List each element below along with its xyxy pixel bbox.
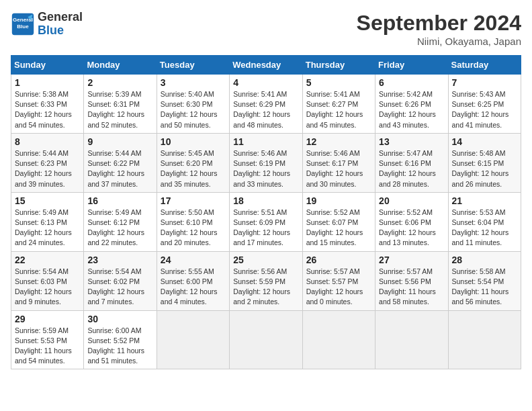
- empty-cell: [375, 310, 448, 369]
- day-info-8: Sunrise: 5:44 AM Sunset: 6:23 PM Dayligh…: [15, 148, 80, 189]
- calendar-table: SundayMondayTuesdayWednesdayThursdayFrid…: [11, 55, 521, 369]
- day-info-2: Sunrise: 5:39 AM Sunset: 6:31 PM Dayligh…: [87, 89, 152, 130]
- day-info-5: Sunrise: 5:41 AM Sunset: 6:27 PM Dayligh…: [306, 89, 371, 130]
- day-11: 11Sunrise: 5:46 AM Sunset: 6:19 PM Dayli…: [230, 133, 302, 192]
- day-info-13: Sunrise: 5:47 AM Sunset: 6:16 PM Dayligh…: [379, 148, 444, 189]
- day-info-17: Sunrise: 5:50 AM Sunset: 6:10 PM Dayligh…: [161, 208, 226, 248]
- day-23: 23Sunrise: 5:54 AM Sunset: 6:02 PM Dayli…: [84, 251, 157, 310]
- weekday-header-sunday: Sunday: [11, 56, 84, 75]
- day-info-24: Sunrise: 5:55 AM Sunset: 6:00 PM Dayligh…: [161, 267, 226, 308]
- day-3: 3Sunrise: 5:40 AM Sunset: 6:30 PM Daylig…: [157, 75, 229, 134]
- day-info-27: Sunrise: 5:57 AM Sunset: 5:56 PM Dayligh…: [379, 267, 444, 308]
- day-28: 28Sunrise: 5:58 AM Sunset: 5:54 PM Dayli…: [448, 251, 521, 310]
- day-number-19: 19: [306, 195, 371, 206]
- calendar-title: September 2024: [357, 11, 521, 36]
- day-info-22: Sunrise: 5:54 AM Sunset: 6:03 PM Dayligh…: [15, 267, 80, 308]
- day-number-15: 15: [15, 195, 80, 206]
- day-info-16: Sunrise: 5:49 AM Sunset: 6:12 PM Dayligh…: [87, 208, 152, 248]
- day-number-27: 27: [379, 255, 444, 265]
- day-20: 20Sunrise: 5:52 AM Sunset: 6:06 PM Dayli…: [375, 192, 448, 251]
- day-17: 17Sunrise: 5:50 AM Sunset: 6:10 PM Dayli…: [157, 192, 229, 251]
- day-13: 13Sunrise: 5:47 AM Sunset: 6:16 PM Dayli…: [375, 133, 448, 192]
- day-number-11: 11: [233, 136, 298, 147]
- day-number-29: 29: [15, 314, 80, 324]
- day-info-4: Sunrise: 5:41 AM Sunset: 6:29 PM Dayligh…: [233, 89, 298, 130]
- day-14: 14Sunrise: 5:48 AM Sunset: 6:15 PM Dayli…: [448, 133, 521, 192]
- calendar-week-4: 15Sunrise: 5:49 AM Sunset: 6:13 PM Dayli…: [11, 192, 521, 251]
- day-30: 30Sunrise: 6:00 AM Sunset: 5:52 PM Dayli…: [84, 310, 157, 369]
- day-info-3: Sunrise: 5:40 AM Sunset: 6:30 PM Dayligh…: [161, 89, 226, 130]
- day-number-23: 23: [87, 255, 152, 265]
- weekday-header-monday: Monday: [84, 56, 157, 75]
- day-22: 22Sunrise: 5:54 AM Sunset: 6:03 PM Dayli…: [11, 251, 84, 310]
- day-number-10: 10: [161, 136, 226, 147]
- day-info-21: Sunrise: 5:53 AM Sunset: 6:04 PM Dayligh…: [452, 208, 517, 248]
- svg-text:Blue: Blue: [17, 24, 29, 30]
- logo-icon: General Blue: [11, 12, 35, 36]
- day-info-1: Sunrise: 5:38 AM Sunset: 6:33 PM Dayligh…: [15, 89, 80, 130]
- calendar-subtitle: Niimi, Okayama, Japan: [357, 36, 521, 47]
- day-10: 10Sunrise: 5:45 AM Sunset: 6:20 PM Dayli…: [157, 133, 229, 192]
- day-info-6: Sunrise: 5:42 AM Sunset: 6:26 PM Dayligh…: [379, 89, 444, 130]
- day-info-12: Sunrise: 5:46 AM Sunset: 6:17 PM Dayligh…: [306, 148, 371, 189]
- day-info-23: Sunrise: 5:54 AM Sunset: 6:02 PM Dayligh…: [87, 267, 152, 308]
- calendar-week-6: 29Sunrise: 5:59 AM Sunset: 5:53 PM Dayli…: [11, 310, 521, 369]
- day-number-22: 22: [15, 255, 80, 265]
- day-number-20: 20: [379, 195, 444, 206]
- day-number-17: 17: [161, 195, 226, 206]
- weekday-header-tuesday: Tuesday: [157, 56, 229, 75]
- day-number-18: 18: [233, 195, 298, 206]
- day-number-3: 3: [161, 77, 226, 88]
- day-number-16: 16: [87, 195, 152, 206]
- day-1: 1Sunrise: 5:38 AM Sunset: 6:33 PM Daylig…: [11, 75, 84, 134]
- day-info-25: Sunrise: 5:56 AM Sunset: 5:59 PM Dayligh…: [233, 267, 298, 308]
- empty-cell: [448, 310, 521, 369]
- logo: General Blue General Blue: [11, 11, 83, 38]
- day-number-30: 30: [87, 314, 152, 324]
- day-number-24: 24: [161, 255, 226, 265]
- day-4: 4Sunrise: 5:41 AM Sunset: 6:29 PM Daylig…: [230, 75, 302, 134]
- calendar-week-1: 1Sunrise: 5:38 AM Sunset: 6:33 PM Daylig…: [11, 75, 521, 134]
- weekday-header-wednesday: Wednesday: [230, 56, 302, 75]
- empty-cell: [157, 310, 229, 369]
- weekday-header-friday: Friday: [375, 56, 448, 75]
- day-16: 16Sunrise: 5:49 AM Sunset: 6:12 PM Dayli…: [84, 192, 157, 251]
- day-number-1: 1: [15, 77, 80, 88]
- day-info-26: Sunrise: 5:57 AM Sunset: 5:57 PM Dayligh…: [306, 267, 371, 308]
- title-block: September 2024 Niimi, Okayama, Japan: [357, 11, 521, 47]
- day-info-10: Sunrise: 5:45 AM Sunset: 6:20 PM Dayligh…: [161, 148, 226, 189]
- day-info-15: Sunrise: 5:49 AM Sunset: 6:13 PM Dayligh…: [15, 208, 80, 248]
- day-5: 5Sunrise: 5:41 AM Sunset: 6:27 PM Daylig…: [302, 75, 375, 134]
- day-number-26: 26: [306, 255, 371, 265]
- day-info-9: Sunrise: 5:44 AM Sunset: 6:22 PM Dayligh…: [87, 148, 152, 189]
- page-header: General Blue General Blue September 2024…: [11, 11, 521, 47]
- logo-text-general: General: [38, 11, 83, 24]
- day-number-25: 25: [233, 255, 298, 265]
- logo-text-blue: Blue: [38, 24, 83, 38]
- day-6: 6Sunrise: 5:42 AM Sunset: 6:26 PM Daylig…: [375, 75, 448, 134]
- day-number-13: 13: [379, 136, 444, 147]
- day-15: 15Sunrise: 5:49 AM Sunset: 6:13 PM Dayli…: [11, 192, 84, 251]
- day-number-7: 7: [452, 77, 517, 88]
- day-number-21: 21: [452, 195, 517, 206]
- day-24: 24Sunrise: 5:55 AM Sunset: 6:00 PM Dayli…: [157, 251, 229, 310]
- day-number-5: 5: [306, 77, 371, 88]
- day-info-11: Sunrise: 5:46 AM Sunset: 6:19 PM Dayligh…: [233, 148, 298, 189]
- day-29: 29Sunrise: 5:59 AM Sunset: 5:53 PM Dayli…: [11, 310, 84, 369]
- day-number-14: 14: [452, 136, 517, 147]
- calendar-week-3: 8Sunrise: 5:44 AM Sunset: 6:23 PM Daylig…: [11, 133, 521, 192]
- day-number-9: 9: [87, 136, 152, 147]
- day-27: 27Sunrise: 5:57 AM Sunset: 5:56 PM Dayli…: [375, 251, 448, 310]
- day-number-2: 2: [87, 77, 152, 88]
- day-19: 19Sunrise: 5:52 AM Sunset: 6:07 PM Dayli…: [302, 192, 375, 251]
- day-info-30: Sunrise: 6:00 AM Sunset: 5:52 PM Dayligh…: [87, 326, 152, 367]
- weekday-header-saturday: Saturday: [448, 56, 521, 75]
- day-number-4: 4: [233, 77, 298, 88]
- empty-cell: [302, 310, 375, 369]
- day-25: 25Sunrise: 5:56 AM Sunset: 5:59 PM Dayli…: [230, 251, 302, 310]
- day-9: 9Sunrise: 5:44 AM Sunset: 6:22 PM Daylig…: [84, 133, 157, 192]
- day-26: 26Sunrise: 5:57 AM Sunset: 5:57 PM Dayli…: [302, 251, 375, 310]
- day-12: 12Sunrise: 5:46 AM Sunset: 6:17 PM Dayli…: [302, 133, 375, 192]
- day-number-12: 12: [306, 136, 371, 147]
- day-18: 18Sunrise: 5:51 AM Sunset: 6:09 PM Dayli…: [230, 192, 302, 251]
